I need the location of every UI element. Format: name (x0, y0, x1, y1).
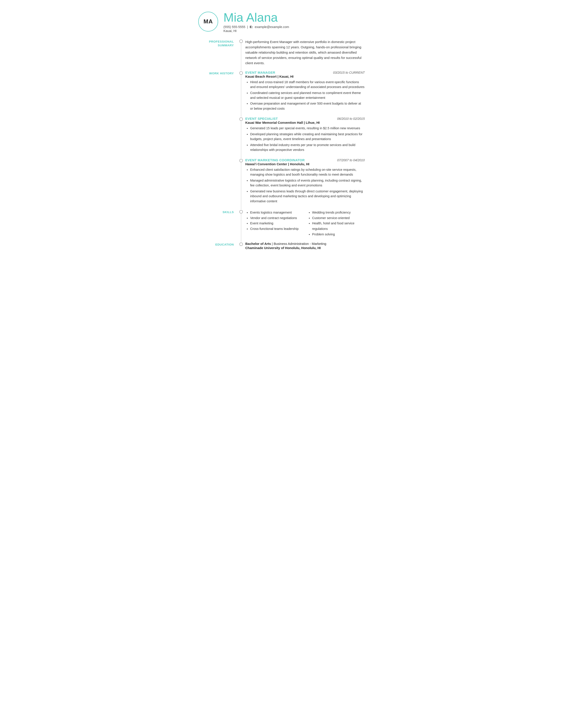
skills-line (241, 214, 241, 242)
summary-label-col: PROFESSIONALSUMMARY (198, 39, 237, 71)
job-3-content: EVENT MARKETING COORDINATOR 07/2007 to 0… (245, 158, 365, 209)
skills-label-col: SKILLS (198, 209, 237, 242)
skill-8: Problem solving (312, 232, 365, 237)
job-1-bullets: Hired and cross-trained 18 staff members… (245, 80, 365, 111)
job-1-title-row: EVENT MANAGER 03/2015 to CURRENT (245, 71, 365, 74)
job-1-bullet-1: Hired and cross-trained 18 staff members… (250, 80, 365, 90)
job-2-bullet-1: Generated 15 leads per special events, r… (250, 126, 365, 131)
summary-content: High-performing Event Manager with exten… (245, 39, 365, 71)
skills-timeline (237, 209, 245, 242)
job-2-timeline (237, 117, 245, 158)
summary-timeline (237, 39, 245, 71)
job-2-row: EVENT SPECIALIST 06/2010 to 02/2015 Kaua… (237, 117, 365, 158)
resume-header: MA Mia Alana (555) 555-5555 | E: example… (198, 11, 365, 33)
job-3-bullets: Enhanced client satisfaction ratings by … (245, 167, 365, 204)
skills-section: SKILLS Events logistics management Vendo… (198, 209, 365, 242)
skill-7: Health, hotel and food service regulatio… (312, 221, 365, 231)
job-3-line (241, 162, 241, 209)
job-3-row: EVENT MARKETING COORDINATOR 07/2007 to 0… (237, 158, 365, 209)
job-3-bullet-1: Enhanced client satisfaction ratings by … (250, 167, 365, 177)
job-3-dates: 07/2007 to 04/2010 (337, 158, 365, 162)
skill-6: Customer service-oriented (312, 215, 365, 221)
education-field: Business Administration - Marketing (273, 242, 326, 246)
job-2-bullet-3: Attended five bridal industry events per… (250, 143, 365, 152)
skills-grid: Events logistics management Vendor and c… (245, 209, 365, 237)
work-history-section: WORK HISTORY EVENT MANAGER 03/2015 to CU… (198, 71, 365, 209)
avatar-initials: MA (203, 18, 213, 25)
job-1-company: Kauai Beach Resort | Kauai, HI (245, 75, 365, 78)
summary-text: High-performing Event Manager with exten… (245, 39, 365, 66)
job-1-bullet-3: Oversaw preparation and management of ov… (250, 101, 365, 111)
header-contact: (555) 555-5555 | E: example@example.com (223, 25, 289, 29)
email-label: E: (250, 25, 253, 29)
job-2-company: Kauai War Memorial Convention Hall | Lih… (245, 121, 365, 124)
skills-section-label: SKILLS (198, 210, 234, 214)
job-3-company: Hawai'i Convention Center | Honolulu, HI (245, 162, 365, 166)
job-1-row: EVENT MANAGER 03/2015 to CURRENT Kauai B… (237, 71, 365, 117)
job-2-content: EVENT SPECIALIST 06/2010 to 02/2015 Kaua… (245, 117, 365, 158)
education-degree-line: Bachelor of Arts | Business Administrati… (245, 242, 365, 246)
education-timeline (237, 242, 245, 250)
job-2-title: EVENT SPECIALIST (245, 117, 278, 120)
job-2-line (241, 121, 241, 158)
job-2-bullet-2: Developed planning strategies while crea… (250, 132, 365, 142)
job-2-bullets: Generated 15 leads per special events, r… (245, 126, 365, 152)
skill-1: Events logistics management (250, 210, 303, 215)
job-1-bullet-2: Coordinated catering services and planne… (250, 90, 365, 100)
skills-col1: Events logistics management Vendor and c… (245, 210, 303, 237)
candidate-name: Mia Alana (223, 11, 289, 24)
job-2-dates: 06/2010 to 02/2015 (337, 117, 365, 120)
header-location: Kauai, HI (223, 29, 289, 33)
job-3-dot (239, 159, 243, 162)
header-info: Mia Alana (555) 555-5555 | E: example@ex… (223, 11, 289, 33)
skill-3: Event marketing (250, 221, 303, 226)
skill-5: Wedding trends proficiency (312, 210, 365, 215)
job-1-dates: 03/2015 to CURRENT (333, 71, 365, 74)
education-school: Chaminade University of Honolulu, Honolu… (245, 246, 365, 250)
work-history-section-label: WORK HISTORY (198, 71, 234, 75)
education-section-label: EDUCATION (198, 242, 234, 247)
job-3-title-row: EVENT MARKETING COORDINATOR 07/2007 to 0… (245, 158, 365, 162)
phone-number: (555) 555-5555 (223, 25, 245, 29)
skills-dot (239, 210, 243, 214)
skill-4: Cross-functional teams leadership (250, 226, 303, 232)
job-1-entry: EVENT MANAGER 03/2015 to CURRENT Kauai B… (245, 71, 365, 111)
email-address: example@example.com (255, 25, 289, 29)
job-1-line (241, 75, 241, 117)
job-3-title: EVENT MARKETING COORDINATOR (245, 158, 305, 162)
job-2-entry: EVENT SPECIALIST 06/2010 to 02/2015 Kaua… (245, 117, 365, 152)
summary-line (241, 43, 241, 71)
job-1-dot (239, 71, 243, 75)
education-dot (239, 242, 243, 246)
job-3-bullet-2: Managed administrative logistics of even… (250, 178, 365, 188)
education-degree: Bachelor of Arts (245, 242, 271, 246)
job-2-title-row: EVENT SPECIALIST 06/2010 to 02/2015 (245, 117, 365, 120)
skill-2: Vendor and contract negotiations (250, 215, 303, 221)
job-2-dot (239, 117, 243, 121)
job-3-entry: EVENT MARKETING COORDINATOR 07/2007 to 0… (245, 158, 365, 204)
job-1-title: EVENT MANAGER (245, 71, 275, 74)
skills-col2: Wedding trends proficiency Customer serv… (307, 210, 365, 237)
job-1-content: EVENT MANAGER 03/2015 to CURRENT Kauai B… (245, 71, 365, 117)
job-3-bullet-3: Generated new business leads through dir… (250, 189, 365, 204)
education-section: EDUCATION Bachelor of Arts | Business Ad… (198, 242, 365, 250)
skills-content: Events logistics management Vendor and c… (245, 209, 365, 242)
avatar: MA (198, 12, 218, 32)
job-1-timeline (237, 71, 245, 117)
education-content: Bachelor of Arts | Business Administrati… (245, 242, 365, 250)
summary-dot (239, 39, 243, 43)
work-history-label-col: WORK HISTORY (198, 71, 237, 209)
work-history-content: EVENT MANAGER 03/2015 to CURRENT Kauai B… (237, 71, 365, 209)
job-3-timeline (237, 158, 245, 209)
professional-summary-section: PROFESSIONALSUMMARY High-performing Even… (198, 39, 365, 71)
education-label-col: EDUCATION (198, 242, 237, 250)
summary-section-label: PROFESSIONALSUMMARY (198, 39, 234, 47)
